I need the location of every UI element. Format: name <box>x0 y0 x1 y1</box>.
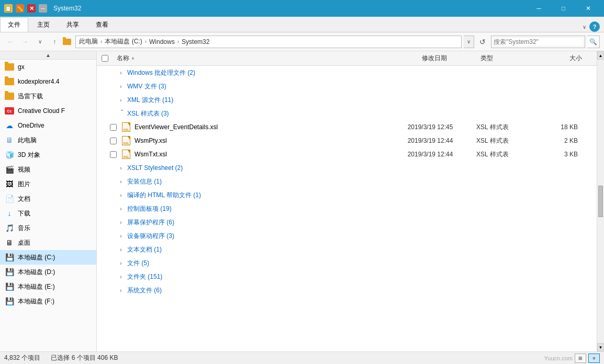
sidebar-item-disk-d[interactable]: 💾 本地磁盘 (D:) <box>0 265 96 279</box>
forward-button[interactable]: → <box>19 36 31 48</box>
sidebar-item-download[interactable]: ↓ 下载 <box>0 206 96 221</box>
tab-share[interactable]: 共享 <box>59 17 87 32</box>
group-toggle-files[interactable]: › <box>117 259 125 267</box>
file-list-body: › Windows 批处理文件 (2) › WMV 文件 (3) › XML 源… <box>97 66 597 351</box>
up-button[interactable]: ↑ <box>48 36 61 48</box>
sidebar-item-disk-c[interactable]: 💾 本地磁盘 (C:) <box>0 250 96 265</box>
back-button[interactable]: ← <box>4 36 17 48</box>
search-input[interactable] <box>494 38 583 46</box>
view-btn-grid[interactable]: ⊞ <box>575 354 586 363</box>
disk-d-icon: 💾 <box>4 267 15 277</box>
path-arrow-3: › <box>176 39 181 44</box>
xsl-file-icon-1: XSL <box>121 122 131 132</box>
group-row-html-help[interactable]: › 编译的 HTML 帮助文件 (1) <box>97 188 597 202</box>
group-toggle-xsl[interactable]: › <box>117 109 125 118</box>
group-toggle-xml[interactable]: › <box>117 96 125 104</box>
sidebar-item-3dobject[interactable]: 🧊 3D 对象 <box>0 147 96 162</box>
path-system32: System32 <box>181 38 210 46</box>
search-button[interactable]: 🔍 <box>587 36 600 48</box>
sidebar-item-creativecloud[interactable]: Cc Creative Cloud F <box>0 104 96 118</box>
group-toggle-driver[interactable]: › <box>117 232 125 240</box>
sidebar-item-disk-f[interactable]: 💾 本地磁盘 (F:) <box>0 294 96 309</box>
header-checkbox[interactable] <box>97 55 113 62</box>
minimize-button[interactable]: ─ <box>527 0 551 17</box>
scroll-thumb[interactable] <box>598 186 603 217</box>
right-scrollbar[interactable]: ▲ ▼ <box>597 51 604 351</box>
sidebar-item-video[interactable]: 🎬 视频 <box>0 162 96 177</box>
tab-view[interactable]: 查看 <box>88 17 116 32</box>
main-area: ▲ gx kodexplorer4.4 迅雷下载 Cc C <box>0 51 604 351</box>
file-type-wsmtxt: XSL 样式表 <box>472 150 540 159</box>
folder-icon-xunlei <box>4 91 15 101</box>
group-row-driver[interactable]: › 设备驱动程序 (3) <box>97 229 597 243</box>
file-checkbox-eventviewer[interactable] <box>105 124 121 131</box>
select-all-checkbox[interactable] <box>102 55 108 62</box>
tb-icon-gray: ─ <box>39 4 47 13</box>
group-toggle-screensaver[interactable]: › <box>117 218 125 226</box>
sidebar-item-disk-e[interactable]: 💾 本地磁盘 (E:) <box>0 279 96 294</box>
group-row-batch[interactable]: › Windows 批处理文件 (2) <box>97 66 597 79</box>
group-row-install[interactable]: › 安装信息 (1) <box>97 175 597 188</box>
sidebar-item-thispc[interactable]: 🖥 此电脑 <box>0 133 96 147</box>
file-row-wsmpty[interactable]: XSL WsmPty.xsl 2019/3/19 12:44 XSL 样式表 2… <box>97 134 597 147</box>
checkbox-wsmtxt[interactable] <box>110 151 117 158</box>
scroll-down-arrow[interactable]: ▼ <box>597 343 604 351</box>
file-row-eventviewer[interactable]: XSL EventViewer_EventDetails.xsl 2019/3/… <box>97 120 597 134</box>
tab-file[interactable]: 文件 <box>0 17 28 32</box>
group-row-xslt[interactable]: › XSLT Stylesheet (2) <box>97 161 597 175</box>
group-row-sysfiles[interactable]: › 系统文件 (6) <box>97 283 597 297</box>
group-row-screensaver[interactable]: › 屏幕保护程序 (6) <box>97 215 597 229</box>
sidebar-item-picture[interactable]: 🖼 图片 <box>0 177 96 191</box>
file-type-wsmpty: XSL 样式表 <box>472 136 540 145</box>
ribbon-chevron[interactable]: ∨ <box>579 24 589 30</box>
group-toggle-textdoc[interactable]: › <box>117 245 125 254</box>
group-toggle-control-panel[interactable]: › <box>117 204 125 213</box>
group-row-folders[interactable]: › 文件夹 (151) <box>97 270 597 283</box>
address-dropdown[interactable]: ∨ <box>464 36 474 48</box>
help-button[interactable]: ? <box>589 21 600 32</box>
sidebar-scroll-up[interactable]: ▲ <box>0 51 96 60</box>
scroll-up-arrow[interactable]: ▲ <box>597 51 604 60</box>
group-toggle-sysfiles[interactable]: › <box>117 286 125 294</box>
file-checkbox-wsmpty[interactable] <box>105 138 121 144</box>
group-toggle-install[interactable]: › <box>117 177 125 186</box>
file-row-wsmtxt[interactable]: XSL WsmTxt.xsl 2019/3/19 12:44 XSL 样式表 3… <box>97 147 597 161</box>
tab-home[interactable]: 主页 <box>29 17 58 32</box>
group-toggle-batch[interactable]: › <box>117 69 125 77</box>
sidebar-item-desktop[interactable]: 🖥 桌面 <box>0 235 96 250</box>
refresh-button[interactable]: ↺ <box>476 36 489 48</box>
maximize-button[interactable]: □ <box>552 0 575 17</box>
view-btn-list[interactable]: ≡ <box>588 354 600 363</box>
group-row-wmv[interactable]: › WMV 文件 (3) <box>97 79 597 93</box>
status-bar-right: Yuucn.com ⊞ ≡ <box>544 354 600 363</box>
group-row-control-panel[interactable]: › 控制面板项 (19) <box>97 202 597 215</box>
disk-c-icon: 💾 <box>4 252 15 263</box>
group-row-textdoc[interactable]: › 文本文档 (1) <box>97 243 597 256</box>
sidebar-item-onedrive[interactable]: ☁ OneDrive <box>0 118 96 133</box>
group-toggle-folders[interactable]: › <box>117 272 125 281</box>
sidebar-item-gx[interactable]: gx <box>0 60 96 74</box>
file-list: 名称 ∧ 修改日期 类型 大小 › Windows 批处理文件 (2) <box>97 51 597 351</box>
sidebar-item-xunlei[interactable]: 迅雷下载 <box>0 89 96 104</box>
file-name-wsmtxt: WsmTxt.xsl <box>135 151 167 158</box>
group-row-xsl[interactable]: › XSL 样式表 (3) <box>97 107 597 120</box>
header-type[interactable]: 类型 <box>476 54 544 63</box>
address-path[interactable]: 此电脑 › 本地磁盘 (C:) › Windows › System32 <box>75 36 462 48</box>
header-size[interactable]: 大小 <box>544 54 586 63</box>
group-toggle-html-help[interactable]: › <box>117 191 125 199</box>
checkbox-eventviewer[interactable] <box>110 124 117 131</box>
sidebar-item-document[interactable]: 📄 文档 <box>0 191 96 206</box>
group-label-sysfiles: 系统文件 (6) <box>127 286 162 295</box>
sidebar-item-kodexplorer[interactable]: kodexplorer4.4 <box>0 74 96 89</box>
recent-button[interactable]: ∨ <box>33 36 46 48</box>
group-toggle-xslt[interactable]: › <box>117 164 125 172</box>
group-row-xml[interactable]: › XML 源文件 (11) <box>97 93 597 107</box>
sidebar-item-music[interactable]: 🎵 音乐 <box>0 221 96 235</box>
header-date[interactable]: 修改日期 <box>393 54 476 63</box>
checkbox-wsmpty[interactable] <box>110 138 117 144</box>
group-toggle-wmv[interactable]: › <box>117 82 125 90</box>
header-name[interactable]: 名称 ∧ <box>113 54 393 63</box>
close-button[interactable]: ✕ <box>576 0 600 17</box>
file-checkbox-wsmtxt[interactable] <box>105 151 121 158</box>
group-row-files[interactable]: › 文件 (5) <box>97 256 597 270</box>
